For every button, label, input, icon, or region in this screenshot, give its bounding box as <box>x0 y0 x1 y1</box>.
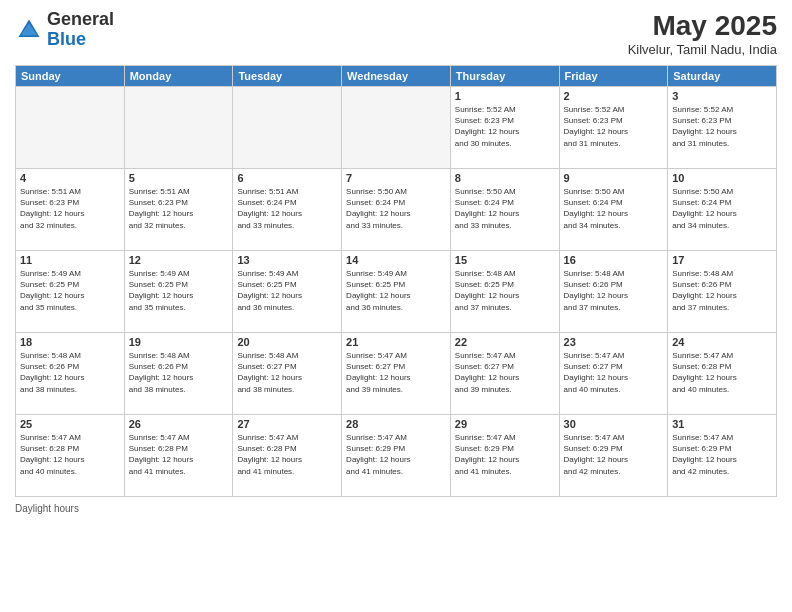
page: General Blue May 2025 Kilvelur, Tamil Na… <box>0 0 792 612</box>
day-info: Sunrise: 5:49 AMSunset: 6:25 PMDaylight:… <box>346 268 446 313</box>
day-number: 9 <box>564 172 664 184</box>
day-number: 2 <box>564 90 664 102</box>
day-info: Sunrise: 5:51 AMSunset: 6:24 PMDaylight:… <box>237 186 337 231</box>
day-info: Sunrise: 5:47 AMSunset: 6:29 PMDaylight:… <box>346 432 446 477</box>
calendar-cell: 15Sunrise: 5:48 AMSunset: 6:25 PMDayligh… <box>450 251 559 333</box>
calendar-cell: 25Sunrise: 5:47 AMSunset: 6:28 PMDayligh… <box>16 415 125 497</box>
day-info: Sunrise: 5:50 AMSunset: 6:24 PMDaylight:… <box>455 186 555 231</box>
day-number: 5 <box>129 172 229 184</box>
day-number: 18 <box>20 336 120 348</box>
day-number: 28 <box>346 418 446 430</box>
day-info: Sunrise: 5:48 AMSunset: 6:26 PMDaylight:… <box>564 268 664 313</box>
day-info: Sunrise: 5:49 AMSunset: 6:25 PMDaylight:… <box>20 268 120 313</box>
week-row-3: 18Sunrise: 5:48 AMSunset: 6:26 PMDayligh… <box>16 333 777 415</box>
calendar-cell: 10Sunrise: 5:50 AMSunset: 6:24 PMDayligh… <box>668 169 777 251</box>
day-info: Sunrise: 5:47 AMSunset: 6:28 PMDaylight:… <box>20 432 120 477</box>
day-number: 23 <box>564 336 664 348</box>
day-number: 16 <box>564 254 664 266</box>
header-cell-friday: Friday <box>559 66 668 87</box>
day-info: Sunrise: 5:49 AMSunset: 6:25 PMDaylight:… <box>237 268 337 313</box>
calendar-cell: 19Sunrise: 5:48 AMSunset: 6:26 PMDayligh… <box>124 333 233 415</box>
calendar-cell: 22Sunrise: 5:47 AMSunset: 6:27 PMDayligh… <box>450 333 559 415</box>
day-number: 6 <box>237 172 337 184</box>
day-info: Sunrise: 5:47 AMSunset: 6:27 PMDaylight:… <box>346 350 446 395</box>
calendar-cell: 9Sunrise: 5:50 AMSunset: 6:24 PMDaylight… <box>559 169 668 251</box>
day-info: Sunrise: 5:48 AMSunset: 6:25 PMDaylight:… <box>455 268 555 313</box>
footer: Daylight hours <box>15 503 777 514</box>
week-row-4: 25Sunrise: 5:47 AMSunset: 6:28 PMDayligh… <box>16 415 777 497</box>
header-row: SundayMondayTuesdayWednesdayThursdayFrid… <box>16 66 777 87</box>
calendar-cell: 5Sunrise: 5:51 AMSunset: 6:23 PMDaylight… <box>124 169 233 251</box>
calendar-cell <box>16 87 125 169</box>
daylight-hours-label: Daylight hours <box>15 503 79 514</box>
week-row-1: 4Sunrise: 5:51 AMSunset: 6:23 PMDaylight… <box>16 169 777 251</box>
day-number: 7 <box>346 172 446 184</box>
day-info: Sunrise: 5:47 AMSunset: 6:27 PMDaylight:… <box>455 350 555 395</box>
calendar-cell: 3Sunrise: 5:52 AMSunset: 6:23 PMDaylight… <box>668 87 777 169</box>
day-number: 4 <box>20 172 120 184</box>
month-title: May 2025 <box>628 10 777 42</box>
day-number: 25 <box>20 418 120 430</box>
calendar-cell <box>342 87 451 169</box>
day-number: 29 <box>455 418 555 430</box>
calendar-cell: 12Sunrise: 5:49 AMSunset: 6:25 PMDayligh… <box>124 251 233 333</box>
day-info: Sunrise: 5:52 AMSunset: 6:23 PMDaylight:… <box>455 104 555 149</box>
day-info: Sunrise: 5:47 AMSunset: 6:29 PMDaylight:… <box>672 432 772 477</box>
day-info: Sunrise: 5:51 AMSunset: 6:23 PMDaylight:… <box>20 186 120 231</box>
header: General Blue May 2025 Kilvelur, Tamil Na… <box>15 10 777 57</box>
day-number: 31 <box>672 418 772 430</box>
calendar-cell: 18Sunrise: 5:48 AMSunset: 6:26 PMDayligh… <box>16 333 125 415</box>
day-number: 27 <box>237 418 337 430</box>
calendar-cell: 14Sunrise: 5:49 AMSunset: 6:25 PMDayligh… <box>342 251 451 333</box>
calendar-cell: 16Sunrise: 5:48 AMSunset: 6:26 PMDayligh… <box>559 251 668 333</box>
day-number: 10 <box>672 172 772 184</box>
header-cell-thursday: Thursday <box>450 66 559 87</box>
header-cell-sunday: Sunday <box>16 66 125 87</box>
day-info: Sunrise: 5:50 AMSunset: 6:24 PMDaylight:… <box>672 186 772 231</box>
calendar-cell: 6Sunrise: 5:51 AMSunset: 6:24 PMDaylight… <box>233 169 342 251</box>
day-number: 15 <box>455 254 555 266</box>
day-number: 26 <box>129 418 229 430</box>
day-info: Sunrise: 5:47 AMSunset: 6:29 PMDaylight:… <box>564 432 664 477</box>
calendar-cell: 11Sunrise: 5:49 AMSunset: 6:25 PMDayligh… <box>16 251 125 333</box>
calendar-cell <box>124 87 233 169</box>
day-info: Sunrise: 5:52 AMSunset: 6:23 PMDaylight:… <box>564 104 664 149</box>
header-cell-monday: Monday <box>124 66 233 87</box>
calendar-body: 1Sunrise: 5:52 AMSunset: 6:23 PMDaylight… <box>16 87 777 497</box>
day-info: Sunrise: 5:47 AMSunset: 6:28 PMDaylight:… <box>237 432 337 477</box>
day-number: 13 <box>237 254 337 266</box>
day-number: 17 <box>672 254 772 266</box>
calendar-cell: 30Sunrise: 5:47 AMSunset: 6:29 PMDayligh… <box>559 415 668 497</box>
day-info: Sunrise: 5:47 AMSunset: 6:28 PMDaylight:… <box>129 432 229 477</box>
calendar-cell: 24Sunrise: 5:47 AMSunset: 6:28 PMDayligh… <box>668 333 777 415</box>
calendar-cell: 7Sunrise: 5:50 AMSunset: 6:24 PMDaylight… <box>342 169 451 251</box>
calendar: SundayMondayTuesdayWednesdayThursdayFrid… <box>15 65 777 497</box>
calendar-cell: 26Sunrise: 5:47 AMSunset: 6:28 PMDayligh… <box>124 415 233 497</box>
day-number: 1 <box>455 90 555 102</box>
title-block: May 2025 Kilvelur, Tamil Nadu, India <box>628 10 777 57</box>
calendar-cell: 21Sunrise: 5:47 AMSunset: 6:27 PMDayligh… <box>342 333 451 415</box>
day-number: 12 <box>129 254 229 266</box>
calendar-cell: 2Sunrise: 5:52 AMSunset: 6:23 PMDaylight… <box>559 87 668 169</box>
day-number: 22 <box>455 336 555 348</box>
day-number: 24 <box>672 336 772 348</box>
day-info: Sunrise: 5:48 AMSunset: 6:27 PMDaylight:… <box>237 350 337 395</box>
logo-general: General <box>47 9 114 29</box>
day-info: Sunrise: 5:48 AMSunset: 6:26 PMDaylight:… <box>129 350 229 395</box>
day-number: 19 <box>129 336 229 348</box>
calendar-cell: 29Sunrise: 5:47 AMSunset: 6:29 PMDayligh… <box>450 415 559 497</box>
header-cell-tuesday: Tuesday <box>233 66 342 87</box>
day-info: Sunrise: 5:47 AMSunset: 6:27 PMDaylight:… <box>564 350 664 395</box>
day-info: Sunrise: 5:47 AMSunset: 6:29 PMDaylight:… <box>455 432 555 477</box>
day-number: 30 <box>564 418 664 430</box>
calendar-cell: 27Sunrise: 5:47 AMSunset: 6:28 PMDayligh… <box>233 415 342 497</box>
day-info: Sunrise: 5:51 AMSunset: 6:23 PMDaylight:… <box>129 186 229 231</box>
week-row-0: 1Sunrise: 5:52 AMSunset: 6:23 PMDaylight… <box>16 87 777 169</box>
header-cell-saturday: Saturday <box>668 66 777 87</box>
day-info: Sunrise: 5:50 AMSunset: 6:24 PMDaylight:… <box>564 186 664 231</box>
calendar-cell: 23Sunrise: 5:47 AMSunset: 6:27 PMDayligh… <box>559 333 668 415</box>
header-cell-wednesday: Wednesday <box>342 66 451 87</box>
calendar-cell: 4Sunrise: 5:51 AMSunset: 6:23 PMDaylight… <box>16 169 125 251</box>
calendar-header: SundayMondayTuesdayWednesdayThursdayFrid… <box>16 66 777 87</box>
location: Kilvelur, Tamil Nadu, India <box>628 42 777 57</box>
